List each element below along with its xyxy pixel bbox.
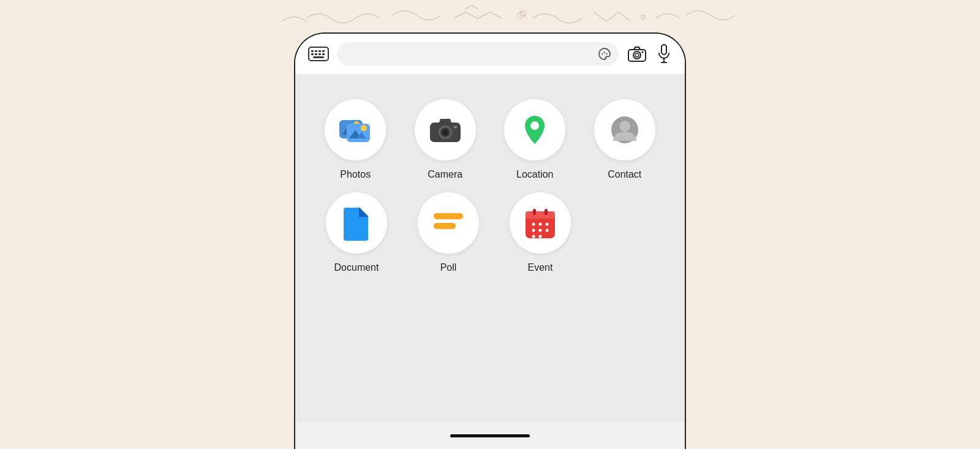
contact-label: Contact	[608, 169, 641, 180]
location-label: Location	[516, 169, 554, 180]
svg-point-13	[601, 53, 603, 55]
svg-point-37	[530, 121, 539, 130]
svg-point-18	[635, 53, 639, 57]
svg-point-53	[539, 235, 542, 238]
svg-rect-6	[318, 50, 321, 52]
grid-item-camera[interactable]: Camera	[404, 99, 488, 180]
search-input[interactable]	[345, 49, 610, 59]
poll-icon-circle	[418, 192, 479, 254]
grid-area: Photos Camera	[295, 75, 685, 422]
svg-rect-20	[662, 45, 666, 55]
search-bar[interactable]	[337, 42, 619, 66]
svg-rect-4	[311, 50, 314, 52]
poll-label: Poll	[440, 262, 457, 273]
svg-point-48	[546, 223, 549, 226]
svg-point-0	[518, 12, 524, 18]
svg-point-30	[361, 125, 367, 131]
svg-rect-54	[533, 209, 536, 215]
grid-item-photos[interactable]: Photos	[314, 99, 398, 180]
sticker-icon	[598, 47, 611, 61]
photos-icon-circle	[325, 99, 386, 160]
svg-rect-9	[315, 53, 317, 55]
camera-label: Camera	[428, 169, 462, 180]
svg-point-17	[633, 51, 641, 59]
svg-rect-12	[313, 56, 324, 58]
event-icon-circle	[510, 192, 571, 254]
grid-row-2: Document Poll	[314, 192, 666, 273]
contact-icon-circle	[594, 99, 655, 160]
grid-item-event[interactable]: Event	[497, 192, 583, 273]
keyboard-icon[interactable]	[307, 45, 330, 62]
svg-point-51	[546, 229, 549, 232]
svg-point-50	[539, 229, 542, 232]
svg-point-14	[604, 51, 605, 53]
svg-point-47	[539, 223, 542, 226]
svg-point-46	[532, 223, 535, 226]
camera-icon-circle	[415, 99, 476, 160]
home-indicator	[450, 434, 530, 437]
svg-rect-5	[315, 50, 317, 52]
svg-rect-11	[322, 53, 325, 55]
svg-point-34	[443, 130, 448, 135]
top-mic-icon[interactable]	[655, 43, 673, 65]
svg-point-15	[606, 53, 607, 55]
location-icon-circle	[504, 99, 565, 160]
bottom-bar	[295, 422, 685, 449]
svg-point-36	[454, 126, 456, 128]
bg-scribbles	[0, 0, 980, 37]
svg-point-1	[641, 15, 645, 19]
event-label: Event	[528, 262, 553, 273]
svg-point-19	[642, 51, 644, 53]
document-icon-circle	[326, 192, 387, 254]
svg-rect-41	[434, 223, 456, 229]
svg-rect-45	[526, 211, 555, 219]
svg-rect-7	[322, 50, 325, 52]
svg-point-49	[532, 229, 535, 232]
svg-rect-40	[434, 213, 463, 219]
svg-rect-55	[545, 209, 548, 215]
svg-rect-8	[311, 53, 314, 55]
grid-row-1: Photos Camera	[314, 99, 666, 180]
top-bar	[295, 34, 685, 75]
grid-item-poll[interactable]: Poll	[405, 192, 491, 273]
svg-rect-10	[318, 53, 321, 55]
grid-item-document[interactable]: Document	[314, 192, 399, 273]
photos-label: Photos	[340, 169, 371, 180]
svg-point-39	[619, 121, 630, 132]
phone-shell: Photos Camera	[294, 32, 686, 449]
grid-item-contact[interactable]: Contact	[583, 99, 667, 180]
svg-rect-2	[521, 11, 526, 16]
top-camera-icon[interactable]	[626, 43, 648, 65]
grid-item-location[interactable]: Location	[493, 99, 577, 180]
document-label: Document	[334, 262, 379, 273]
svg-point-52	[532, 235, 535, 238]
